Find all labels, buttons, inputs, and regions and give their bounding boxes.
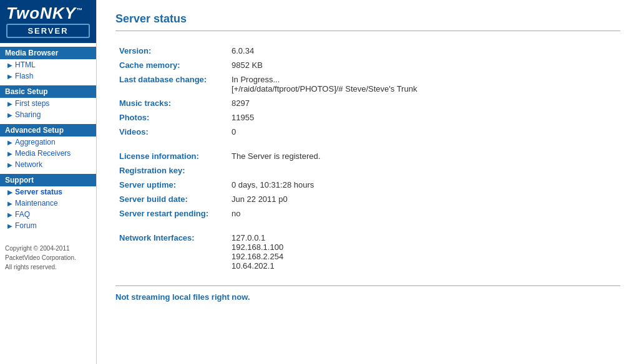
field-label-db-change: Last database change:: [115, 72, 228, 96]
sidebar-item-first-steps[interactable]: ▶ First steps: [0, 98, 96, 109]
sidebar-item-html[interactable]: ▶ HTML: [0, 59, 96, 70]
arrow-icon: ▶: [7, 62, 12, 69]
network-ip-3: 192.168.2.254: [232, 252, 283, 261]
table-row: Videos: 0: [115, 125, 620, 139]
logo-twonky-text: TwoNKY: [6, 4, 76, 22]
sidebar-item-sharing[interactable]: ▶ Sharing: [0, 109, 96, 120]
sidebar: TwoNKY™ SERVER Media Browser ▶ HTML ▶ Fl…: [0, 0, 97, 364]
logo-server-bar: SERVER: [6, 24, 90, 38]
table-row: Server restart pending: no: [115, 206, 620, 221]
logo-area: TwoNKY™ SERVER: [0, 0, 96, 43]
field-label-restart-pending: Server restart pending:: [115, 206, 228, 221]
field-label-photos: Photos:: [115, 110, 228, 125]
spacer-row: [115, 139, 620, 149]
field-label-uptime: Server uptime:: [115, 178, 228, 192]
field-value-videos: 0: [228, 125, 620, 139]
field-value-build-date: Jun 22 2011 p0: [228, 192, 620, 206]
arrow-icon: ▶: [7, 223, 12, 229]
table-row: Photos: 11955: [115, 110, 620, 125]
streaming-status: Not streaming local files right now.: [115, 292, 250, 302]
main-content: Server status Version: 6.0.34 Cache memo…: [97, 0, 639, 364]
field-value-uptime: 0 days, 10:31:28 hours: [228, 178, 620, 192]
field-value-restart-pending: no: [228, 206, 620, 221]
field-value-cache: 9852 KB: [228, 58, 620, 72]
field-label-license: License information:: [115, 149, 228, 163]
network-ip-2: 192.168.1.100: [232, 242, 283, 252]
field-value-music: 8297: [228, 96, 620, 110]
nav-section-media-browser: Media Browser: [0, 47, 96, 59]
field-value-version: 6.0.34: [228, 44, 620, 58]
sidebar-item-maintenance[interactable]: ▶ Maintenance: [0, 198, 96, 209]
field-value-reg-key: [228, 163, 620, 178]
arrow-icon: ▶: [7, 211, 12, 218]
sidebar-item-network[interactable]: ▶ Network: [0, 159, 96, 170]
table-row-network: Network Interfaces: 127.0.0.1 192.168.1.…: [115, 231, 620, 273]
field-label-videos: Videos:: [115, 125, 228, 139]
arrow-icon: ▶: [7, 73, 12, 80]
sidebar-item-aggregation[interactable]: ▶ Aggregation: [0, 136, 96, 148]
copyright-text: Copyright © 2004-2011PacketVideo Corpora…: [0, 237, 96, 278]
field-label-version: Version:: [115, 44, 228, 58]
logo-tm: ™: [76, 7, 83, 14]
table-row: Server build date: Jun 22 2011 p0: [115, 192, 620, 206]
arrow-icon: ▶: [7, 161, 12, 168]
table-row: License information: The Server is regis…: [115, 149, 620, 163]
spacer-row: [115, 221, 620, 231]
logo-twonky: TwoNKY™: [6, 5, 83, 21]
sidebar-item-flash[interactable]: ▶ Flash: [0, 70, 96, 82]
sidebar-item-faq[interactable]: ▶ FAQ: [0, 209, 96, 220]
arrow-icon: ▶: [7, 112, 12, 118]
table-row: Cache memory: 9852 KB: [115, 58, 620, 72]
arrow-icon: ▶: [7, 100, 12, 107]
status-table: Version: 6.0.34 Cache memory: 9852 KB La…: [115, 44, 620, 273]
field-value-network: 127.0.0.1 192.168.1.100 192.168.2.254 10…: [228, 231, 620, 273]
arrow-icon: ▶: [7, 150, 12, 157]
arrow-icon: ▶: [7, 189, 12, 196]
table-row: Last database change: In Progress...[+/r…: [115, 72, 620, 96]
sidebar-item-server-status[interactable]: ▶ Server status: [0, 186, 96, 198]
field-value-db-change: In Progress...[+/raid/data/ftproot/PHOTO…: [228, 72, 620, 96]
sidebar-nav: Media Browser ▶ HTML ▶ Flash Basic Setup…: [0, 43, 96, 231]
field-label-build-date: Server build date:: [115, 192, 228, 206]
nav-section-support: Support: [0, 174, 96, 186]
nav-section-advanced-setup: Advanced Setup: [0, 124, 96, 136]
table-row: Version: 6.0.34: [115, 44, 620, 58]
table-row: Registration key:: [115, 163, 620, 178]
field-value-license: The Server is registered.: [228, 149, 620, 163]
page-title: Server status: [115, 12, 620, 31]
sidebar-item-forum[interactable]: ▶ Forum: [0, 220, 96, 231]
field-value-photos: 11955: [228, 110, 620, 125]
field-label-reg-key: Registration key:: [115, 163, 228, 178]
sidebar-item-media-receivers[interactable]: ▶ Media Receivers: [0, 148, 96, 159]
network-ip-4: 10.64.202.1: [232, 261, 275, 271]
table-row: Server uptime: 0 days, 10:31:28 hours: [115, 178, 620, 192]
nav-section-basic-setup: Basic Setup: [0, 85, 96, 98]
field-label-network: Network Interfaces:: [115, 231, 228, 273]
arrow-icon: ▶: [7, 139, 12, 146]
table-row: Music tracks: 8297: [115, 96, 620, 110]
field-label-music: Music tracks:: [115, 96, 228, 110]
field-label-cache: Cache memory:: [115, 58, 228, 72]
network-ip-1: 127.0.0.1: [232, 233, 265, 242]
bottom-bar: Not streaming local files right now.: [115, 285, 620, 302]
arrow-icon: ▶: [7, 200, 12, 207]
